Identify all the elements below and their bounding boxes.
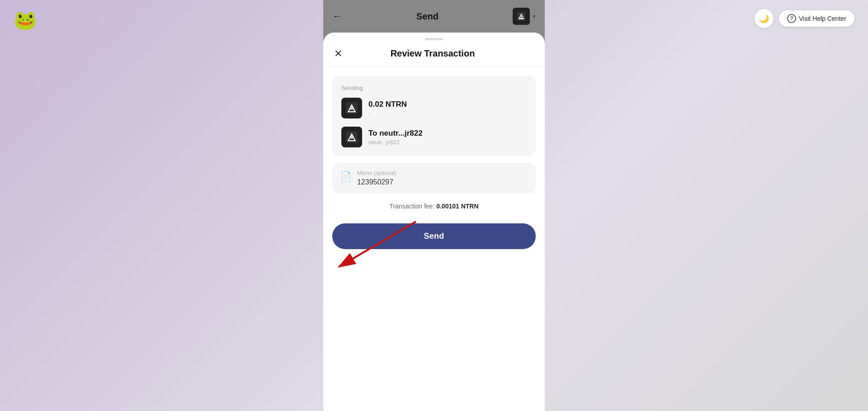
token-amount-info: 0.02 NTRN - (368, 100, 407, 117)
sheet-content: Sending 0.02 NTRN - (323, 66, 545, 411)
sheet-title: Review Transaction (342, 48, 523, 59)
recipient-label: To neutr...jr822 (368, 129, 423, 138)
sending-label: Sending (341, 85, 527, 91)
fee-amount: 0.00101 NTRN (436, 203, 478, 210)
recipient-icon (341, 127, 362, 147)
help-center-button[interactable]: ? Visit Help Center (779, 10, 854, 27)
ntrn-logo (345, 102, 358, 114)
recipient-row: To neutr...jr822 neutr...jr822 (341, 127, 527, 147)
phone-frame: ← Send ▾ ✕ Review Transaction Sending (323, 0, 545, 411)
memo-content: Memo (optional) (357, 170, 528, 186)
help-label: Visit Help Center (799, 15, 846, 22)
recipient-sub-label: neutr...jr822 (368, 139, 423, 146)
token-amount-label: 0.02 NTRN (368, 100, 407, 109)
dark-mode-button[interactable]: 🌙 (755, 9, 774, 28)
chevron-down-icon: ▾ (533, 13, 536, 20)
top-right-controls: 🌙 ? Visit Help Center (755, 9, 854, 28)
network-icon[interactable] (513, 8, 530, 25)
back-button[interactable]: ← (332, 10, 342, 22)
memo-label: Memo (optional) (357, 170, 528, 176)
memo-document-icon: 📄 (340, 171, 352, 182)
recipient-logo (345, 131, 358, 143)
token-amount-row: 0.02 NTRN - (341, 98, 527, 118)
frog-icon: 🐸 (14, 9, 37, 31)
ntrn-token-icon (341, 98, 362, 118)
phone-header: ← Send ▾ (323, 0, 545, 33)
transaction-fee-row: Transaction fee: 0.00101 NTRN (332, 200, 536, 213)
sheet-header: ✕ Review Transaction (323, 40, 545, 66)
recipient-info: To neutr...jr822 neutr...jr822 (368, 129, 423, 146)
memo-input[interactable] (357, 178, 528, 186)
svg-point-3 (350, 106, 354, 110)
svg-point-5 (350, 135, 354, 139)
fee-prefix: Transaction fee: (389, 203, 436, 210)
neutron-logo-icon (516, 11, 526, 21)
phone-title: Send (416, 11, 439, 22)
review-transaction-sheet: ✕ Review Transaction Sending (323, 33, 545, 411)
svg-point-1 (520, 15, 523, 18)
sending-card: Sending 0.02 NTRN - (332, 76, 536, 156)
memo-card[interactable]: 📄 Memo (optional) (332, 163, 536, 194)
app-logo: 🐸 (14, 9, 37, 31)
token-sub-label: - (368, 110, 407, 117)
send-button[interactable]: Send (332, 223, 536, 249)
moon-icon: 🌙 (759, 14, 769, 24)
close-button[interactable]: ✕ (334, 49, 342, 59)
question-icon: ? (787, 14, 796, 23)
